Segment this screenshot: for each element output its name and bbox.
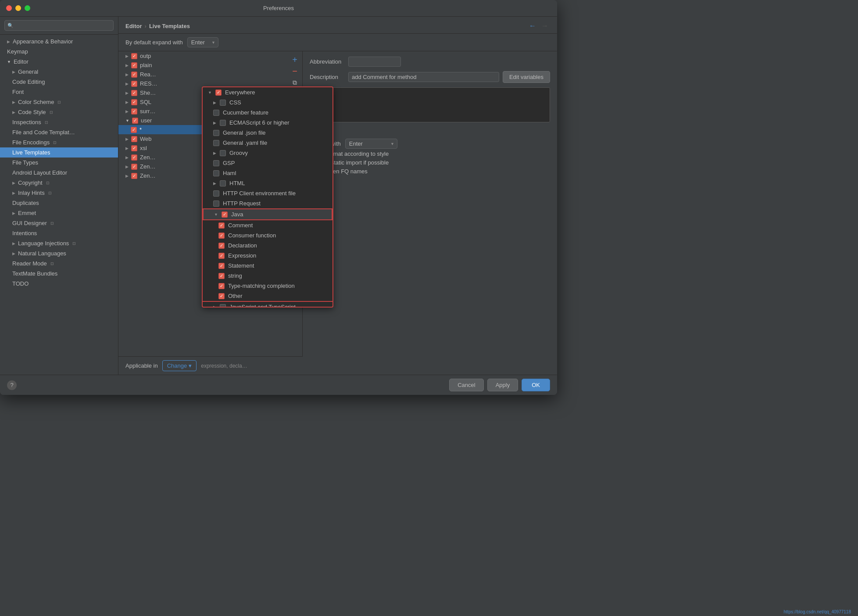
sidebar-item-reader-mode[interactable]: Reader Mode ⊡ [0, 258, 118, 269]
dd-item-html[interactable]: ▶ HTML [203, 178, 332, 188]
dd-checkbox[interactable] [213, 110, 219, 116]
template-checkbox[interactable] [131, 72, 137, 78]
sidebar-item-textmate[interactable]: TextMate Bundles [0, 269, 118, 279]
sidebar-item-live-templates[interactable]: Live Templates [0, 147, 118, 158]
sidebar-item-gui-designer[interactable]: GUI Designer ⊡ [0, 218, 118, 228]
dd-item-everywhere[interactable]: ▼ Everywhere [203, 87, 332, 97]
dd-item-general-json[interactable]: General .json file [203, 128, 332, 138]
template-text-area[interactable] [310, 87, 550, 122]
dd-item-statement[interactable]: Statement [203, 261, 332, 271]
dd-checkbox[interactable] [218, 293, 225, 299]
dd-item-comment[interactable]: Comment [203, 220, 332, 230]
description-input[interactable] [348, 72, 499, 82]
dd-checkbox[interactable] [218, 243, 225, 249]
dd-item-consumer-function[interactable]: Consumer function [203, 230, 332, 240]
dd-item-ecmascript[interactable]: ▶ ECMAScript 6 or higher [203, 118, 332, 128]
dd-checkbox[interactable] [220, 150, 226, 156]
dd-checkbox[interactable] [213, 201, 219, 207]
dd-item-general-yaml[interactable]: General .yaml file [203, 138, 332, 148]
sidebar-item-general[interactable]: ▶ General [0, 67, 118, 77]
template-checkbox[interactable] [131, 81, 137, 87]
ok-button[interactable]: OK [522, 379, 550, 391]
sidebar-item-natural-languages[interactable]: ▶ Natural Languages [0, 248, 118, 258]
dd-item-other[interactable]: Other [203, 291, 332, 302]
help-button[interactable]: ? [7, 380, 17, 390]
dd-item-gsp[interactable]: GSP [203, 158, 332, 168]
edit-variables-button[interactable]: Edit variables [503, 71, 550, 83]
sidebar-item-duplicates[interactable]: Duplicates [0, 198, 118, 208]
sidebar-item-color-scheme[interactable]: ▶ Color Scheme ⊡ [0, 97, 118, 107]
template-checkbox[interactable] [131, 154, 137, 161]
template-checkbox[interactable] [131, 127, 137, 133]
dd-checkbox[interactable] [213, 190, 219, 197]
sidebar-item-language-injections[interactable]: ▶ Language Injections ⊡ [0, 238, 118, 248]
dd-item-string[interactable]: string [203, 271, 332, 281]
expand-with-select[interactable]: Enter Tab Space [187, 37, 218, 47]
template-checkbox[interactable] [131, 90, 137, 96]
dd-item-java[interactable]: ▼ Java [203, 208, 332, 220]
template-checkbox[interactable] [131, 108, 137, 115]
sidebar-item-copyright[interactable]: ▶ Copyright ⊡ [0, 178, 118, 188]
nav-forward-button[interactable]: → [540, 22, 550, 30]
sidebar-item-editor[interactable]: ▼ Editor [0, 57, 118, 67]
template-checkbox[interactable] [132, 118, 138, 124]
dd-item-javascript[interactable]: ▶ JavaScript and TypeScript [203, 302, 332, 307]
dd-checkbox[interactable] [218, 222, 225, 229]
dd-item-css[interactable]: ▶ CSS [203, 97, 332, 107]
template-checkbox[interactable] [131, 145, 137, 151]
sidebar-item-emmet[interactable]: ▶ Emmet [0, 208, 118, 218]
template-checkbox[interactable] [131, 99, 137, 105]
close-button[interactable] [6, 5, 12, 11]
list-item[interactable]: ▶ Rea… [118, 70, 302, 79]
sidebar-item-todo[interactable]: TODO [0, 279, 118, 289]
dd-checkbox[interactable] [218, 273, 225, 279]
nav-back-button[interactable]: ← [527, 22, 538, 30]
maximize-button[interactable] [25, 5, 30, 11]
dd-item-http-client-env[interactable]: HTTP Client environment file [203, 188, 332, 198]
dd-checkbox[interactable] [218, 263, 225, 269]
abbreviation-input[interactable] [348, 57, 401, 67]
sidebar-item-appearance[interactable]: ▶ Appearance & Behavior [0, 36, 118, 47]
sidebar-item-file-encodings[interactable]: File Encodings ⊡ [0, 137, 118, 147]
sidebar-item-code-style[interactable]: ▶ Code Style ⊡ [0, 107, 118, 117]
dd-item-declaration[interactable]: Declaration [203, 240, 332, 251]
sidebar-item-file-types[interactable]: File Types [0, 158, 118, 168]
sidebar-item-code-editing[interactable]: Code Editing [0, 77, 118, 87]
dd-checkbox[interactable] [213, 160, 219, 166]
dd-item-type-matching[interactable]: Type-matching completion [203, 281, 332, 291]
dd-item-http-request[interactable]: HTTP Request [203, 198, 332, 208]
sidebar-item-intentions[interactable]: Intentions [0, 228, 118, 238]
apply-button[interactable]: Apply [487, 379, 518, 391]
dd-checkbox[interactable] [220, 120, 226, 126]
sidebar-item-inspections[interactable]: Inspections ⊡ [0, 117, 118, 127]
template-checkbox[interactable] [131, 164, 137, 170]
remove-template-button[interactable]: − [290, 66, 300, 76]
template-checkbox[interactable] [131, 53, 137, 59]
dd-checkbox[interactable] [218, 283, 225, 289]
dd-checkbox[interactable] [218, 233, 225, 239]
dd-item-cucumber[interactable]: Cucumber feature [203, 107, 332, 118]
template-checkbox[interactable] [131, 173, 137, 179]
sidebar-item-inlay-hints[interactable]: ▶ Inlay Hints ⊡ [0, 188, 118, 198]
sidebar-item-file-code-templates[interactable]: File and Code Templat… [0, 127, 118, 137]
dd-checkbox[interactable] [222, 211, 228, 218]
template-checkbox[interactable] [131, 136, 137, 142]
dd-checkbox[interactable] [213, 140, 219, 146]
change-button[interactable]: Change ▾ [162, 360, 197, 371]
template-checkbox[interactable] [131, 62, 137, 68]
list-item[interactable]: ▶ plain [118, 61, 302, 70]
sidebar-item-keymap[interactable]: Keymap [0, 47, 118, 57]
dd-item-expression[interactable]: Expression [203, 251, 332, 261]
dd-checkbox[interactable] [218, 253, 225, 259]
dd-checkbox[interactable] [220, 180, 226, 186]
minimize-button[interactable] [15, 5, 21, 11]
expand-with-detail-select[interactable]: Enter Tab Space Default (Enter) [345, 139, 397, 149]
dd-checkbox[interactable] [215, 90, 222, 96]
dd-checkbox[interactable] [220, 100, 226, 106]
dd-checkbox[interactable] [213, 130, 219, 136]
list-item[interactable]: ▶ outp [118, 51, 302, 61]
dd-checkbox[interactable] [220, 304, 226, 307]
add-template-button[interactable]: + [290, 55, 300, 64]
cancel-button[interactable]: Cancel [449, 379, 483, 391]
sidebar-item-android-layout[interactable]: Android Layout Editor [0, 168, 118, 178]
